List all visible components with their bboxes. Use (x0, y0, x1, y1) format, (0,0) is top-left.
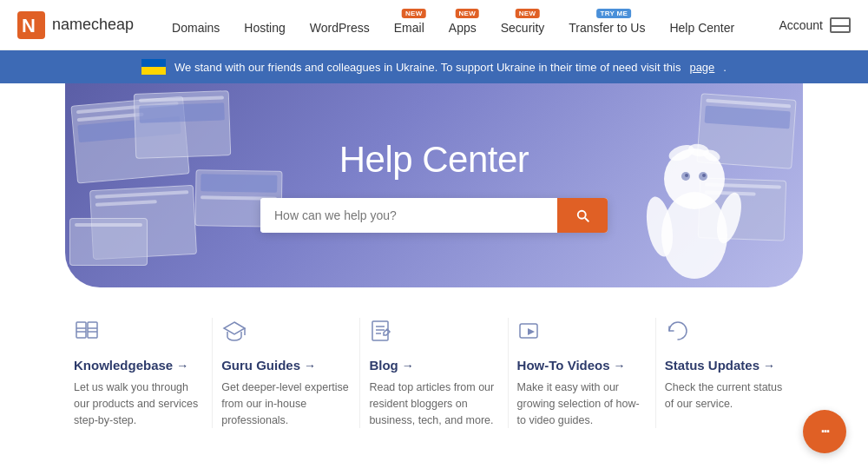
section-guru-guides-desc: Get deeper-level expertise from our in-h… (221, 379, 351, 428)
search-box (260, 198, 608, 233)
section-how-to-videos: How-To Videos → Make it easy with our gr… (509, 318, 656, 428)
edit-icon (369, 318, 498, 347)
svg-marker-26 (528, 328, 535, 335)
banner-period: . (723, 61, 727, 74)
video-icon (517, 318, 647, 347)
section-blog-title[interactable]: Blog → (369, 358, 498, 373)
section-status-updates-desc: Check the current status of our service. (665, 379, 794, 412)
nav-hosting[interactable]: Hosting (232, 0, 297, 50)
email-badge: NEW (402, 9, 426, 18)
refresh-icon (665, 318, 794, 347)
svg-rect-13 (76, 322, 86, 338)
search-button[interactable] (557, 198, 608, 233)
book-icon (74, 318, 203, 347)
logo[interactable]: N namecheap (17, 11, 134, 39)
search-icon (575, 208, 590, 223)
nav-email[interactable]: NEW Email (382, 0, 437, 50)
nav-transfer[interactable]: TRY ME Transfer to Us (556, 0, 657, 50)
ukraine-banner: We stand with our friends and colleagues… (0, 50, 868, 83)
svg-point-12 (702, 174, 706, 177)
security-badge: NEW (516, 9, 540, 18)
svg-point-11 (685, 174, 688, 177)
section-how-to-videos-desc: Make it easy with our growing selection … (517, 379, 647, 428)
apps-badge: NEW (455, 9, 479, 18)
nav-help-center[interactable]: Help Center (657, 0, 746, 50)
section-knowledgebase-desc: Let us walk you through our products and… (74, 379, 203, 428)
banner-text: We stand with our friends and colleagues… (174, 61, 681, 74)
transfer-badge: TRY ME (596, 9, 631, 18)
ukraine-flag (141, 59, 166, 75)
logo-text: namecheap (52, 16, 134, 34)
nav-domains[interactable]: Domains (160, 0, 232, 50)
header-right: Account (779, 17, 851, 33)
section-status-updates-title[interactable]: Status Updates → (665, 358, 794, 373)
section-guru-guides-title[interactable]: Guru Guides → (221, 358, 351, 373)
section-blog: Blog → Read top articles from our reside… (360, 318, 508, 428)
svg-text:N: N (22, 15, 36, 36)
svg-rect-14 (88, 322, 97, 338)
banner-link[interactable]: page (689, 61, 714, 74)
chat-bubble[interactable]: ··· (803, 410, 846, 453)
mail-icon[interactable] (830, 17, 851, 33)
nav-wordpress[interactable]: WordPress (298, 0, 382, 50)
hero-content: Help Center (243, 113, 625, 259)
chat-icon: ··· (820, 423, 828, 441)
main-nav: Domains Hosting WordPress NEW Email NEW … (160, 0, 779, 50)
graduation-icon (221, 318, 351, 347)
search-input[interactable] (260, 198, 557, 233)
hero-title: Help Center (260, 139, 608, 181)
hero-character (638, 114, 751, 287)
header: N namecheap Domains Hosting WordPress NE… (0, 0, 868, 50)
logo-icon: N (17, 11, 45, 39)
section-knowledgebase: Knowledgebase → Let us walk you through … (65, 318, 213, 428)
section-status-updates: Status Updates → Check the current statu… (656, 318, 803, 428)
section-blog-desc: Read top articles from our resident blog… (369, 379, 498, 428)
nav-security[interactable]: NEW Security (489, 0, 557, 50)
section-how-to-videos-title[interactable]: How-To Videos → (517, 358, 647, 373)
section-knowledgebase-title[interactable]: Knowledgebase → (74, 358, 203, 373)
account-label[interactable]: Account (779, 18, 823, 32)
hero-section: Help Center (65, 83, 803, 287)
nav-apps[interactable]: NEW Apps (437, 0, 489, 50)
section-guru-guides: Guru Guides → Get deeper-level expertise… (213, 318, 360, 428)
sections: Knowledgebase → Let us walk you through … (0, 287, 868, 454)
